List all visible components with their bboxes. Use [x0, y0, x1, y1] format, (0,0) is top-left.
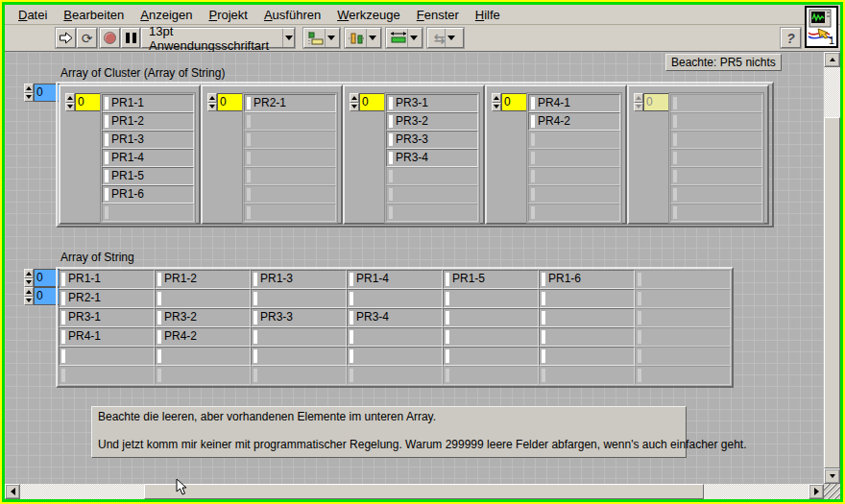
index-value[interactable]: 0: [501, 93, 527, 111]
string-element[interactable]: [443, 327, 539, 347]
index-increment-button[interactable]: [634, 93, 643, 103]
index-value[interactable]: 0: [75, 93, 101, 111]
string-element[interactable]: PR3-4: [386, 149, 478, 167]
reorder-dropdown[interactable]: [445, 29, 457, 47]
index-increment-button[interactable]: [207, 93, 217, 103]
string-array-row-index[interactable]: 0: [24, 269, 60, 287]
vertical-scrollbar[interactable]: [824, 52, 840, 484]
string-element[interactable]: [251, 347, 347, 366]
align-objects-button[interactable]: [303, 28, 340, 48]
font-selector-dropdown[interactable]: [282, 29, 294, 47]
run-continuous-button[interactable]: ⟳: [77, 28, 97, 48]
vertical-scrollbar-thumb[interactable]: [824, 117, 840, 468]
index-decrement-button[interactable]: [634, 103, 643, 112]
index-increment-button[interactable]: [350, 93, 359, 103]
string-element[interactable]: PR3-3: [386, 131, 478, 149]
horizontal-scrollbar[interactable]: [5, 484, 824, 499]
string-element[interactable]: PR2-1: [244, 94, 336, 112]
string-element[interactable]: PR2-1: [59, 289, 155, 308]
string-element[interactable]: PR4-2: [155, 327, 251, 347]
horizontal-scrollbar-track[interactable]: [20, 484, 809, 499]
string-element[interactable]: PR1-5: [102, 167, 194, 185]
index-decrement-button[interactable]: [207, 103, 217, 112]
index-value[interactable]: 0: [643, 93, 669, 111]
string-element[interactable]: [443, 289, 539, 308]
string-array-col-index[interactable]: 0: [24, 287, 60, 305]
string-element[interactable]: PR3-2: [155, 308, 251, 327]
scroll-left-button[interactable]: [5, 484, 20, 499]
pause-button[interactable]: [121, 28, 140, 48]
cluster-array-index[interactable]: 0: [24, 84, 60, 102]
menu-item-fenster[interactable]: Fenster: [409, 6, 468, 24]
menu-item-datei[interactable]: Datei: [11, 6, 56, 24]
string-element[interactable]: [443, 308, 539, 327]
horizontal-scrollbar-thumb[interactable]: [144, 484, 704, 499]
font-selector[interactable]: 13pt Anwendungsschriftart: [141, 28, 295, 48]
string-element[interactable]: PR3-3: [251, 308, 347, 327]
cluster-index[interactable]: 0: [207, 93, 243, 111]
distribute-objects-button[interactable]: [345, 28, 381, 48]
string-element[interactable]: [347, 347, 443, 366]
string-element[interactable]: PR1-4: [347, 270, 443, 289]
string-element[interactable]: [347, 289, 443, 308]
string-element[interactable]: [155, 347, 251, 366]
index-increment-button[interactable]: [24, 84, 34, 93]
cluster-index[interactable]: 0: [65, 93, 101, 111]
resize-grip[interactable]: [824, 484, 840, 499]
menu-item-anzeigen[interactable]: Anzeigen: [133, 6, 201, 24]
index-increment-button[interactable]: [492, 93, 501, 103]
index-decrement-button[interactable]: [492, 103, 501, 112]
string-element[interactable]: PR1-1: [59, 270, 155, 289]
string-element[interactable]: PR1-3: [102, 131, 194, 149]
cluster-index[interactable]: 0: [492, 93, 527, 111]
string-element[interactable]: PR1-3: [251, 270, 347, 289]
string-element[interactable]: [539, 289, 635, 308]
string-element[interactable]: PR1-4: [102, 149, 194, 167]
string-element[interactable]: PR3-1: [59, 308, 155, 327]
index-increment-button[interactable]: [24, 287, 34, 297]
index-decrement-button[interactable]: [24, 297, 34, 306]
resize-objects-button[interactable]: [386, 28, 422, 48]
resize-objects-dropdown[interactable]: [407, 29, 420, 47]
string-element[interactable]: [539, 327, 635, 347]
string-element[interactable]: [443, 347, 539, 366]
help-button[interactable]: ?: [781, 28, 801, 48]
string-element[interactable]: [251, 327, 347, 347]
run-button[interactable]: [56, 28, 76, 48]
string-element[interactable]: PR4-1: [59, 327, 155, 347]
string-element[interactable]: PR1-5: [443, 270, 539, 289]
menu-item-bearbeiten[interactable]: Bearbeiten: [56, 6, 133, 24]
string-element[interactable]: [59, 347, 155, 366]
reorder-button[interactable]: ⇆: [427, 28, 464, 48]
index-increment-button[interactable]: [65, 93, 75, 103]
string-element[interactable]: PR1-6: [539, 270, 635, 289]
index-decrement-button[interactable]: [350, 103, 359, 112]
string-element[interactable]: [155, 289, 251, 308]
abort-button[interactable]: [100, 28, 120, 48]
menu-item-projekt[interactable]: Projekt: [201, 6, 255, 24]
cluster-index[interactable]: 0: [350, 93, 385, 111]
menu-item-ausfhren[interactable]: Ausführen: [256, 6, 329, 24]
cluster-index[interactable]: 0: [634, 93, 669, 111]
scroll-down-button[interactable]: [824, 468, 840, 484]
string-element[interactable]: [539, 308, 635, 327]
scroll-right-button[interactable]: [809, 484, 824, 499]
index-decrement-button[interactable]: [24, 93, 34, 103]
index-decrement-button[interactable]: [24, 278, 34, 288]
string-element[interactable]: PR1-2: [102, 112, 194, 131]
string-element[interactable]: PR4-1: [528, 94, 620, 112]
string-element[interactable]: PR3-1: [386, 94, 478, 112]
string-element[interactable]: [251, 289, 347, 308]
string-element[interactable]: [347, 327, 443, 347]
index-value[interactable]: 0: [217, 93, 243, 111]
string-element[interactable]: PR4-2: [528, 112, 620, 131]
string-element[interactable]: [539, 347, 635, 366]
string-element[interactable]: PR1-6: [102, 185, 194, 204]
distribute-objects-dropdown[interactable]: [366, 29, 378, 47]
index-decrement-button[interactable]: [65, 103, 75, 112]
scroll-up-button[interactable]: [824, 52, 840, 67]
menu-item-werkzeuge[interactable]: Werkzeuge: [329, 6, 409, 24]
index-increment-button[interactable]: [24, 269, 34, 278]
vertical-scrollbar-track[interactable]: [824, 67, 840, 468]
align-objects-dropdown[interactable]: [325, 29, 337, 47]
